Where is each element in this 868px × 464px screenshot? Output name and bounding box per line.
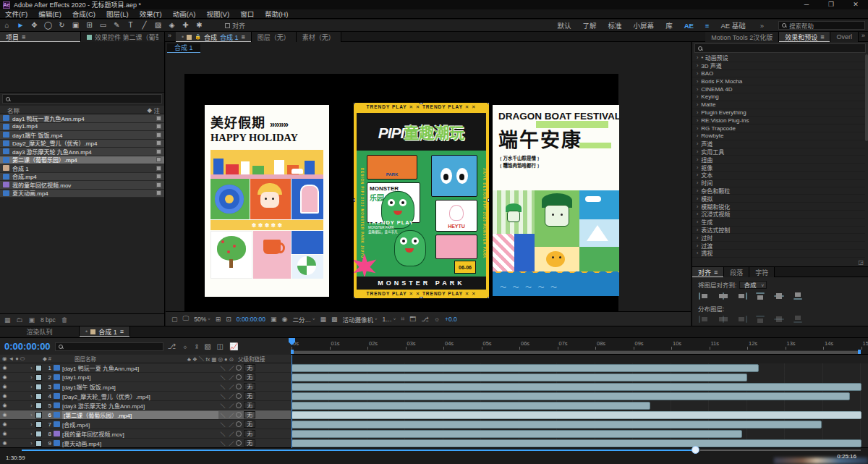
fx-switch[interactable]: ／ — [227, 392, 236, 400]
fx-switch[interactable]: ／ — [227, 439, 236, 447]
layer-color-swatch[interactable] — [35, 393, 42, 400]
selection-handle[interactable] — [420, 103, 423, 104]
effects-category[interactable]: ›* 动画预设 — [692, 54, 865, 62]
effects-category[interactable]: ›抠像 — [692, 164, 865, 172]
layer-name-header[interactable]: 图层名称 — [72, 355, 185, 363]
tab-render-queue[interactable]: 渲染队列 — [0, 326, 80, 337]
menu-item-窗口[interactable]: 窗口 — [240, 9, 254, 19]
effects-category[interactable]: ›BAO — [692, 70, 865, 78]
pan-behind-tool-icon[interactable]: ⊞ — [82, 20, 96, 31]
flowchart-icon[interactable]: ⎇ — [421, 316, 428, 323]
work-area-start[interactable] — [291, 350, 294, 355]
close-button[interactable]: ✕ — [843, 0, 868, 9]
pickwhip-icon[interactable] — [236, 402, 242, 408]
label-swatch[interactable] — [156, 116, 161, 121]
project-item[interactable]: Day2_摩天轮_雪儿（优秀）.mp4 — [0, 140, 164, 148]
project-item[interactable]: day3 游乐摩天轮 九鱼Ann.mp4 — [0, 148, 164, 156]
magnification-icon[interactable]: 🖵 — [183, 315, 190, 323]
parent-link-control[interactable]: 无 — [236, 411, 291, 418]
tab-overlord[interactable]: Overl — [830, 32, 859, 42]
fx-switch[interactable]: ／ — [227, 402, 236, 409]
exposure-value[interactable]: +0.0 — [445, 316, 457, 323]
player-progress-remaining[interactable] — [700, 450, 861, 451]
workspace-ae[interactable]: AE — [684, 22, 694, 30]
layer-duration-bar[interactable] — [292, 439, 861, 447]
effects-category[interactable]: ›时间 — [692, 180, 865, 187]
label-swatch[interactable] — [156, 190, 161, 195]
tab-layer[interactable]: 图层（无） — [252, 32, 297, 42]
timeline-current-time[interactable]: 0:00:00:00 — [4, 342, 51, 351]
layer-row[interactable]: ◉›3[day1端午 饭饭.mp4]＼／无 — [0, 382, 291, 392]
parent-link-control[interactable]: 无 — [236, 383, 291, 390]
type-tool-icon[interactable]: T — [124, 20, 137, 31]
quality-switch[interactable]: ＼ — [218, 430, 227, 437]
pickwhip-icon[interactable] — [236, 393, 242, 399]
parent-select[interactable]: 无 — [244, 402, 255, 409]
effects-category[interactable]: ›声道 — [692, 140, 865, 148]
effects-category[interactable]: ›透视 — [692, 250, 865, 258]
menu-item-文件(F)[interactable]: 文件(F) — [5, 9, 27, 19]
layer-duration-bar[interactable] — [292, 411, 861, 419]
tab-effects-presets[interactable]: 效果和预设≡ — [779, 32, 830, 42]
new-composition-icon[interactable]: ▣ — [29, 316, 35, 324]
pickwhip-icon[interactable] — [236, 374, 242, 380]
poster-pipi-trendy-play[interactable]: TRENDY PLAY ✕ ✕ TRENDY PLAY ✕ ✕ PIPI童趣潮玩… — [354, 103, 489, 298]
fx-switch[interactable]: ／ — [227, 421, 236, 428]
project-item[interactable]: 夏天动画.mp4 — [0, 190, 164, 198]
workspace-小屏幕[interactable]: 小屏幕 — [634, 20, 655, 30]
parent-select[interactable]: 无 — [244, 421, 255, 428]
pickwhip-icon[interactable] — [236, 412, 242, 418]
tab-overflow-left[interactable]: » — [165, 32, 174, 41]
fx-switch[interactable]: ／ — [227, 411, 236, 418]
expand-chevron[interactable]: › — [27, 403, 35, 408]
parent-link-header[interactable]: 父级和链接 — [236, 355, 291, 363]
grid-guides-icon[interactable]: ⊞ — [216, 316, 221, 323]
view-layout-select[interactable]: 1…˅ — [382, 316, 396, 323]
effects-category[interactable]: ›Matte — [692, 101, 865, 109]
maximize-button[interactable]: ❐ — [819, 0, 843, 9]
eye-icon[interactable]: ◉ — [0, 412, 9, 418]
label-swatch[interactable] — [156, 132, 161, 138]
effects-category[interactable]: ›3D 声道 — [692, 62, 865, 70]
puppet-pin-tool-icon[interactable]: ✱ — [192, 20, 206, 31]
workspace-默认[interactable]: 默认 — [558, 20, 571, 30]
label-swatch[interactable] — [156, 182, 161, 187]
work-area-bar[interactable] — [291, 350, 861, 355]
pixel-aspect-icon[interactable]: ⌗ — [401, 315, 404, 323]
layer-color-swatch[interactable] — [35, 384, 42, 390]
eye-icon[interactable]: ◉ — [0, 374, 9, 380]
expand-chevron[interactable]: › — [27, 413, 35, 418]
layer-color-swatch[interactable] — [35, 431, 42, 437]
align-bottom-button[interactable] — [792, 292, 804, 300]
tab-overflow-right[interactable]: » — [859, 32, 868, 41]
layer-duration-bar[interactable] — [292, 374, 747, 381]
selection-handle[interactable] — [354, 198, 355, 202]
layer-color-swatch[interactable] — [35, 402, 42, 409]
layer-row[interactable]: ◉›8[我的童年回忆视频.mov]＼／无 — [0, 429, 291, 439]
scrollbar[interactable] — [865, 54, 868, 141]
parent-select[interactable]: 无 — [244, 374, 255, 381]
quality-switch[interactable]: ＼ — [218, 374, 227, 381]
effects-category[interactable]: ›Plugin Everything — [692, 109, 865, 117]
always-preview-icon[interactable]: ▢ — [171, 316, 178, 323]
effects-category[interactable]: ›表达式控制 — [692, 227, 865, 235]
selection-handle[interactable] — [488, 103, 489, 104]
frame-blending-icon[interactable]: ▧ — [204, 342, 210, 350]
poster-happy-holiday[interactable]: 美好假期 »»»» HAPPY HOLIDAY ✽ ✽ ✽ ✽ ✽ — [205, 105, 329, 297]
parent-link-control[interactable]: 无 — [236, 430, 291, 437]
fx-switch[interactable]: ／ — [227, 383, 236, 390]
workspace-overflow[interactable]: » — [757, 22, 767, 30]
layer-row[interactable]: ◉›1[day1 鸭玩一夏 九鱼Ann.mp4]＼／无 — [0, 363, 291, 373]
align-top-button[interactable] — [754, 292, 767, 300]
transparency-grid-icon[interactable]: ▩ — [331, 316, 338, 323]
effects-category[interactable]: ›文本 — [692, 172, 865, 180]
layer-duration-bar[interactable] — [292, 364, 759, 372]
brush-tool-icon[interactable]: ╱ — [137, 20, 151, 31]
quality-switch[interactable]: ＼ — [218, 421, 227, 428]
tab-timeline-comp[interactable]: • 合成 1≡ — [80, 326, 130, 337]
parent-link-control[interactable]: 无 — [236, 364, 291, 371]
tab-paragraph[interactable]: 段落 — [724, 267, 749, 277]
label-swatch[interactable] — [156, 124, 161, 129]
menu-item-视图(V)[interactable]: 视图(V) — [206, 9, 229, 19]
layer-row[interactable]: ◉›6[第二课（葡萄乐园）.mp4]＼／无 — [0, 410, 291, 420]
